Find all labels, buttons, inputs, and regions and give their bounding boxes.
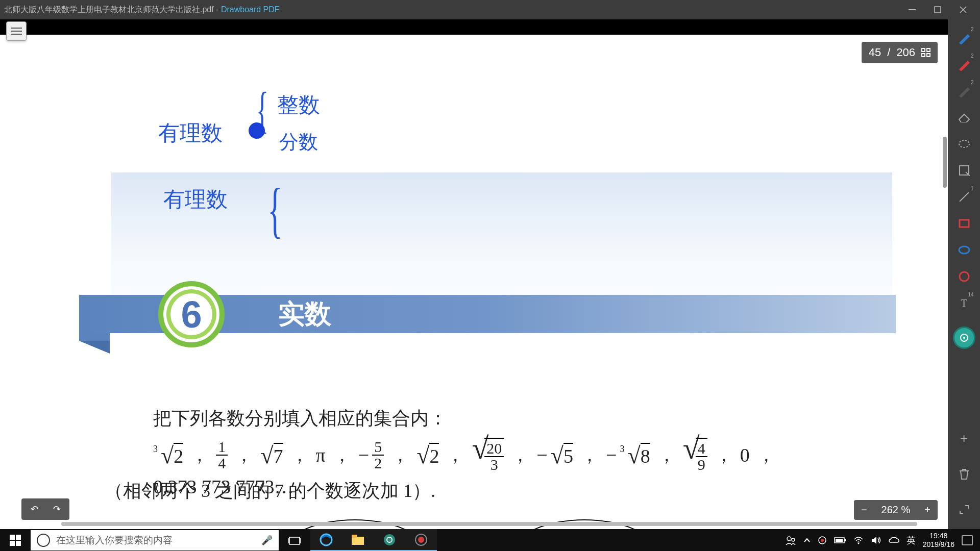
menu-button[interactable]: [6, 21, 27, 41]
tray-chevron-icon[interactable]: [803, 538, 811, 543]
zoom-out-button[interactable]: −: [854, 500, 874, 520]
svg-point-8: [963, 337, 965, 339]
section-fold: [79, 341, 110, 354]
horizontal-scrollbar[interactable]: [61, 521, 938, 528]
svg-point-23: [787, 537, 791, 541]
radial-menu-button[interactable]: [953, 327, 975, 349]
pen-tool-3[interactable]: 2: [952, 78, 976, 104]
start-button[interactable]: [0, 529, 31, 551]
maximize-button[interactable]: [933, 5, 943, 15]
search-placeholder: 在这里输入你要搜索的内容: [56, 534, 261, 547]
expand-tool[interactable]: [952, 496, 976, 523]
window-controls: [907, 5, 968, 15]
svg-rect-11: [10, 541, 15, 546]
battery-icon[interactable]: [834, 537, 846, 544]
redo-button[interactable]: ↷: [47, 502, 66, 517]
problem-prompt: 把下列各数分别填入相应的集合内：: [153, 402, 893, 435]
edge-icon[interactable]: [310, 529, 342, 551]
app-icon-green[interactable]: [374, 529, 405, 551]
svg-rect-17: [352, 537, 364, 545]
annotation-rational: 有理数: [158, 119, 223, 147]
brace-icon-2: {: [267, 175, 282, 245]
undo-redo-group: ↶ ↷: [21, 498, 69, 520]
app-name: Drawboard PDF: [221, 5, 280, 14]
svg-rect-14: [288, 538, 289, 543]
mic-icon[interactable]: 🎤: [261, 535, 273, 546]
ellipse-blue-tool[interactable]: [952, 237, 976, 263]
taskview-button[interactable]: [279, 529, 310, 551]
system-tray: 英 19:48 2019/9/16: [785, 532, 980, 549]
trash-tool[interactable]: [952, 461, 976, 487]
section-number: 6: [181, 293, 202, 336]
thumbnails-icon[interactable]: [921, 48, 930, 57]
svg-point-22: [418, 537, 424, 543]
date: 2019/9/16: [923, 540, 954, 549]
svg-rect-1: [935, 7, 941, 13]
select-tool[interactable]: [952, 157, 976, 184]
cursor-dot: [249, 122, 265, 139]
vertical-scrollbar[interactable]: [939, 35, 948, 519]
page-canvas: 有理数 { 整数 分数 有理数 { 实数 6 把下列各数分别填入相应的集合内： …: [0, 35, 948, 529]
ime-indicator[interactable]: 英: [906, 534, 916, 546]
file-name: 北师大版八年级数学上册电子教材北京师范大学出版社.pdf: [4, 5, 214, 14]
zoom-in-button[interactable]: +: [917, 500, 938, 520]
document-viewport[interactable]: 有理数 { 整数 分数 有理数 { 实数 6 把下列各数分别填入相应的集合内： …: [0, 35, 948, 529]
onedrive-icon[interactable]: [888, 536, 899, 544]
explorer-icon[interactable]: [342, 529, 374, 551]
svg-rect-12: [16, 541, 21, 546]
eraser-tool[interactable]: [952, 104, 976, 131]
svg-point-6: [960, 272, 969, 281]
problem-note: （相邻两个 3 之间的 7 的个数逐次加 1）.: [105, 479, 435, 504]
section-title: 实数: [278, 296, 331, 332]
annotation-fraction: 分数: [279, 129, 318, 155]
time: 19:48: [929, 532, 947, 540]
pen-tool-1[interactable]: 2: [952, 24, 976, 51]
section-number-badge: 6: [158, 281, 225, 347]
close-button[interactable]: [958, 5, 968, 15]
total-pages: 206: [896, 46, 915, 59]
wifi-icon[interactable]: [853, 536, 864, 544]
current-page: 45: [869, 46, 881, 59]
pen-tool-2[interactable]: 2: [952, 51, 976, 78]
svg-rect-9: [10, 535, 15, 540]
svg-point-30: [857, 542, 859, 544]
zoom-controls: − 262 % +: [854, 500, 938, 520]
annotation-integer: 整数: [277, 91, 320, 119]
line-tool[interactable]: 1: [952, 184, 976, 210]
svg-rect-28: [844, 539, 846, 541]
svg-rect-29: [836, 539, 843, 542]
rect-red-tool[interactable]: [952, 210, 976, 237]
cortana-icon: [37, 534, 50, 547]
volume-icon[interactable]: [871, 536, 881, 545]
text-tool[interactable]: T14: [952, 290, 976, 316]
tab-strip: [0, 19, 980, 35]
svg-rect-15: [300, 538, 301, 543]
taskbar: 在这里输入你要搜索的内容 🎤 英 19:48 2019/9/16: [0, 529, 980, 551]
right-toolbar: 2 2 2 1 T14 +: [948, 19, 980, 529]
svg-point-19: [384, 534, 395, 545]
notifications-icon[interactable]: [962, 535, 973, 545]
undo-button[interactable]: ↶: [24, 502, 44, 517]
lasso-tool[interactable]: [952, 131, 976, 157]
minimize-button[interactable]: [907, 5, 917, 15]
page-indicator[interactable]: 45/206: [862, 42, 938, 63]
svg-point-24: [792, 538, 795, 541]
annotation-rational-2: 有理数: [163, 185, 228, 214]
svg-point-26: [821, 539, 824, 542]
window-title: 北师大版八年级数学上册电子教材北京师范大学出版社.pdf - Drawboard…: [4, 5, 907, 15]
add-tool[interactable]: +: [952, 425, 976, 452]
svg-rect-0: [909, 9, 916, 10]
clock[interactable]: 19:48 2019/9/16: [923, 532, 954, 549]
record-icon[interactable]: [405, 529, 437, 551]
svg-rect-4: [960, 220, 969, 227]
svg-rect-18: [352, 535, 357, 538]
zoom-value[interactable]: 262 %: [874, 500, 918, 520]
svg-rect-13: [289, 537, 300, 544]
circle-red-tool[interactable]: [952, 263, 976, 290]
svg-point-5: [959, 246, 969, 254]
people-icon[interactable]: [785, 535, 796, 546]
task-icons: [279, 529, 437, 551]
tray-record-icon[interactable]: [818, 536, 827, 545]
search-box[interactable]: 在这里输入你要搜索的内容 🎤: [31, 530, 279, 550]
svg-point-2: [959, 140, 969, 147]
